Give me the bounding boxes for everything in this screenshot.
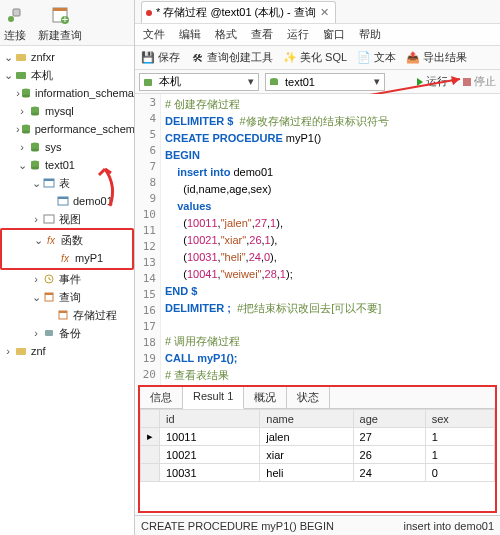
line-gutter: 34567891011121314151617181920 [135,94,161,385]
save-button[interactable]: 💾保存 [141,50,180,65]
twisty-icon[interactable]: ⌄ [2,69,14,81]
table-row[interactable]: 10031heli240 [141,464,495,482]
cell-name[interactable]: jalen [260,428,353,446]
cell-id[interactable]: 10031 [160,464,260,482]
twisty-icon[interactable]: ⌄ [32,234,44,246]
export-button[interactable]: 📤导出结果 [406,50,467,65]
twisty-icon[interactable]: › [16,105,28,117]
col-id[interactable]: id [160,410,260,428]
connect-button[interactable]: 连接 [4,1,26,43]
twisty-icon[interactable]: › [30,213,42,225]
file-tab[interactable]: * 存储过程 @text01 (本机) - 查询 ✕ [141,1,336,23]
tree-item[interactable]: ›performance_schema [0,120,134,138]
twisty-icon[interactable]: › [2,345,14,357]
close-icon[interactable]: ✕ [320,6,329,19]
cell-sex[interactable]: 1 [425,446,494,464]
twisty-icon[interactable]: › [30,273,42,285]
tree-item[interactable]: ⌄fx函数 [2,231,132,249]
new-query-button[interactable]: + 新建查询 [38,1,82,43]
tree-label: 函数 [61,233,83,248]
cell-age[interactable]: 24 [353,464,425,482]
tree-item[interactable]: ›视图 [0,210,134,228]
tree-item[interactable]: ›znf [0,342,134,360]
menu-edit[interactable]: 编辑 [179,27,201,42]
sql-editor[interactable]: 34567891011121314151617181920 # 创建存储过程 D… [135,94,500,385]
database-select[interactable]: text01 ▾ [265,73,385,91]
line-number: 4 [135,112,160,128]
stop-icon [463,78,471,86]
tree-label: 事件 [59,272,81,287]
cell-sex[interactable]: 0 [425,464,494,482]
twisty-icon[interactable] [44,195,56,207]
cell-age[interactable]: 26 [353,446,425,464]
modified-dot-icon [146,10,152,16]
twisty-icon[interactable]: ⌄ [2,51,14,63]
builder-icon: 🛠 [190,51,204,65]
table-row[interactable]: 10021xiar261 [141,446,495,464]
tree-item[interactable]: fxmyP1 [2,249,132,267]
tab-result1[interactable]: Result 1 [183,387,244,409]
menu-run[interactable]: 运行 [287,27,309,42]
sch-icon [28,140,42,154]
tree-label: znfxr [31,51,55,63]
text-button[interactable]: 📄文本 [357,50,396,65]
twisty-icon[interactable]: ⌄ [30,291,42,303]
twisty-icon[interactable]: ⌄ [16,159,28,171]
col-sex[interactable]: sex [425,410,494,428]
twisty-icon[interactable]: ⌄ [30,177,42,189]
cell-name[interactable]: xiar [260,446,353,464]
tab-info[interactable]: 信息 [140,387,183,408]
twisty-icon[interactable] [44,309,56,321]
tree-item[interactable]: ⌄表 [0,174,134,192]
tree-item[interactable]: ⌄本机 [0,66,134,84]
tree-label: myP1 [75,252,103,264]
cell-age[interactable]: 27 [353,428,425,446]
cell-id[interactable]: 10011 [160,428,260,446]
tree-label: demo01 [73,195,113,207]
twisty-icon[interactable]: › [16,141,28,153]
tree-item[interactable]: ›information_schema [0,84,134,102]
twisty-icon[interactable] [46,252,58,264]
editor-toolbar: 💾保存 🛠查询创建工具 ✨美化 SQL 📄文本 📤导出结果 [135,46,500,70]
query-builder-button[interactable]: 🛠查询创建工具 [190,50,273,65]
cell-name[interactable]: heli [260,464,353,482]
tab-profile[interactable]: 概况 [244,387,287,408]
col-age[interactable]: age [353,410,425,428]
beautify-label: 美化 SQL [300,50,347,65]
tree-item[interactable]: ⌄znfxr [0,48,134,66]
svg-point-0 [8,16,14,22]
twisty-icon[interactable]: › [30,327,42,339]
export-icon: 📤 [406,51,420,65]
results-grid[interactable]: id name age sex ▸10011jalen27110021xiar2… [140,409,495,511]
tree-item[interactable]: ›备份 [0,324,134,342]
menu-file[interactable]: 文件 [143,27,165,42]
text-label: 文本 [374,50,396,65]
menu-help[interactable]: 帮助 [359,27,381,42]
tree-item[interactable]: ›mysql [0,102,134,120]
table-header-row: id name age sex [141,410,495,428]
tree-item[interactable]: ›sys [0,138,134,156]
tree-item[interactable]: ›事件 [0,270,134,288]
run-button[interactable]: 运行▾ [417,74,457,89]
line-number: 8 [135,176,160,192]
connection-select[interactable]: 本机 ▾ [139,73,259,91]
chevron-down-icon: ▾ [451,75,457,88]
svg-rect-24 [44,179,54,181]
menu-view[interactable]: 查看 [251,27,273,42]
table-row[interactable]: ▸10011jalen271 [141,428,495,446]
cell-id[interactable]: 10021 [160,446,260,464]
col-name[interactable]: name [260,410,353,428]
sch-icon [28,104,42,118]
line-number: 3 [135,96,160,112]
tree-item[interactable]: 存储过程 [0,306,134,324]
cell-sex[interactable]: 1 [425,428,494,446]
tree-item[interactable]: demo01 [0,192,134,210]
menu-window[interactable]: 窗口 [323,27,345,42]
code-area[interactable]: # 创建存储过程 DELIMITER $ #修改存储过程的结束标识符号 CREA… [161,94,500,385]
tab-status[interactable]: 状态 [287,387,330,408]
menu-format[interactable]: 格式 [215,27,237,42]
beautify-button[interactable]: ✨美化 SQL [283,50,347,65]
tree-item[interactable]: ⌄查询 [0,288,134,306]
tree-item[interactable]: ⌄text01 [0,156,134,174]
stop-button[interactable]: 停止 [463,74,496,89]
